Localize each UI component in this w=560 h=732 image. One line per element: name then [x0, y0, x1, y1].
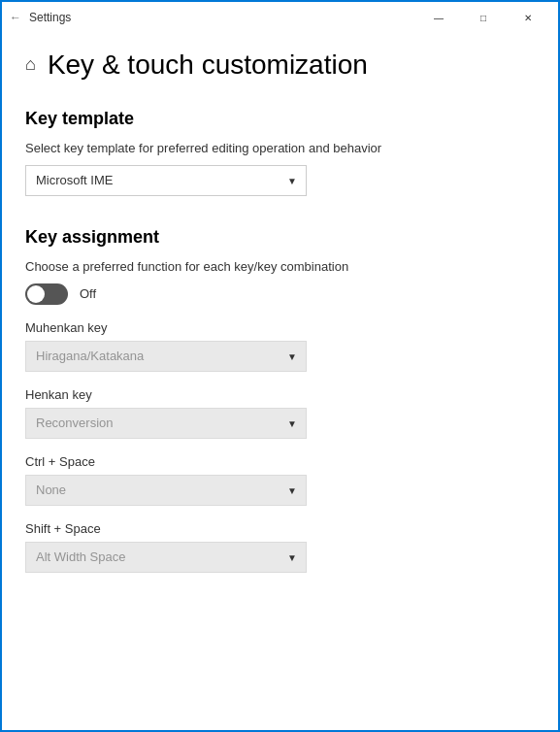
muhenkan-key-row: Muhenkan key Hiragana/Katakana None Reco… — [25, 320, 535, 372]
key-assignment-section: Key assignment Choose a preferred functi… — [25, 227, 535, 573]
shift-space-dropdown-container: Alt Width Space None Full-width Space ▼ — [25, 542, 307, 573]
muhenkan-dropdown-container: Hiragana/Katakana None Reconversion ▼ — [25, 341, 307, 372]
title-bar-title: Settings — [29, 11, 71, 24]
back-button[interactable]: ← — [10, 11, 21, 24]
muhenkan-key-label: Muhenkan key — [25, 320, 535, 335]
key-template-description: Select key template for preferred editin… — [25, 141, 535, 155]
shift-space-row: Shift + Space Alt Width Space None Full-… — [25, 521, 535, 573]
toggle-row: Off — [25, 283, 535, 305]
key-template-dropdown[interactable]: Microsoft IME ATOK MS-IME 2002 Custom — [25, 165, 307, 196]
toggle-label: Off — [80, 286, 96, 301]
page-title: Key & touch customization — [48, 49, 368, 82]
close-button[interactable]: ✕ — [506, 2, 550, 33]
key-assignment-toggle[interactable] — [25, 283, 68, 305]
muhenkan-dropdown[interactable]: Hiragana/Katakana None Reconversion — [25, 341, 307, 372]
toggle-knob — [27, 285, 45, 303]
shift-space-label: Shift + Space — [25, 521, 535, 536]
henkan-dropdown-container: Reconversion None Hiragana/Katakana ▼ — [25, 408, 307, 439]
key-assignment-description: Choose a preferred function for each key… — [25, 259, 535, 274]
ctrl-space-label: Ctrl + Space — [25, 454, 535, 469]
title-bar-controls: — □ ✕ — [416, 2, 550, 33]
ctrl-space-row: Ctrl + Space None IME On/Off Hiragana/Ka… — [25, 454, 535, 506]
key-template-dropdown-container: Microsoft IME ATOK MS-IME 2002 Custom ▼ — [25, 165, 307, 196]
henkan-dropdown[interactable]: Reconversion None Hiragana/Katakana — [25, 408, 307, 439]
home-icon[interactable]: ⌂ — [25, 54, 36, 75]
key-template-section-title: Key template — [25, 109, 535, 129]
key-template-section: Key template Select key template for pre… — [25, 109, 535, 196]
main-content: ⌂ Key & touch customization Key template… — [2, 33, 558, 732]
henkan-key-label: Henkan key — [25, 387, 535, 402]
key-assignment-section-title: Key assignment — [25, 227, 535, 248]
minimize-button[interactable]: — — [416, 2, 461, 33]
page-header: ⌂ Key & touch customization — [25, 49, 535, 82]
henkan-key-row: Henkan key Reconversion None Hiragana/Ka… — [25, 387, 535, 439]
title-bar: ← Settings — □ ✕ — [2, 2, 558, 33]
title-bar-left: ← Settings — [10, 11, 71, 24]
maximize-button[interactable]: □ — [461, 2, 506, 33]
ctrl-space-dropdown[interactable]: None IME On/Off Hiragana/Katakana — [25, 475, 307, 506]
shift-space-dropdown[interactable]: Alt Width Space None Full-width Space — [25, 542, 307, 573]
ctrl-space-dropdown-container: None IME On/Off Hiragana/Katakana ▼ — [25, 475, 307, 506]
